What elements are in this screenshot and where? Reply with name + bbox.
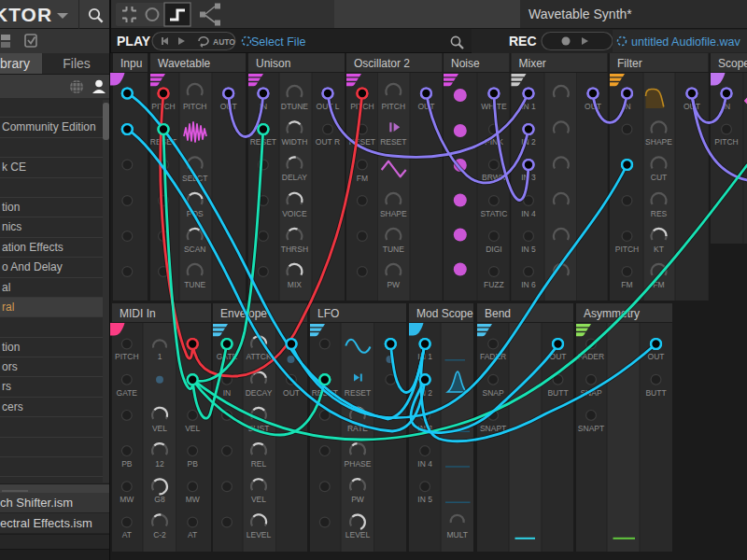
svg-text:STATIC: STATIC	[480, 209, 507, 218]
svg-text:PITCH: PITCH	[615, 245, 640, 254]
svg-text:LEVEL: LEVEL	[247, 530, 272, 539]
svg-text:LEVEL: LEVEL	[345, 530, 371, 539]
svg-text:SHAPE: SHAPE	[380, 209, 407, 218]
svg-text:RESET: RESET	[345, 388, 371, 398]
svg-text:RES: RES	[651, 209, 668, 218]
svg-text:FUZZ: FUZZ	[484, 280, 504, 289]
svg-text:PITCH: PITCH	[714, 137, 739, 147]
svg-text:VEL: VEL	[251, 495, 266, 504]
svg-text:VEL: VEL	[152, 424, 167, 433]
svg-text:WIDTH: WIDTH	[281, 137, 307, 147]
svg-text:RESET: RESET	[380, 137, 406, 147]
svg-text:PLAY: PLAY	[117, 34, 151, 49]
svg-text:PB: PB	[121, 459, 133, 469]
svg-text:DECAY: DECAY	[246, 388, 273, 398]
svg-text:TUNE: TUNE	[383, 245, 404, 254]
svg-text:KTOR: KTOR	[0, 4, 52, 25]
svg-text:Noise: Noise	[451, 57, 480, 70]
svg-text:AT: AT	[122, 530, 132, 539]
svg-text:FM: FM	[621, 280, 632, 289]
svg-text:Inpu: Inpu	[120, 57, 142, 70]
svg-text:IN 4: IN 4	[521, 209, 536, 218]
svg-text:BUTT: BUTT	[547, 388, 568, 398]
svg-text:PW: PW	[351, 495, 364, 504]
svg-text:PW: PW	[387, 280, 400, 289]
svg-text:Scope: Scope	[718, 57, 747, 70]
svg-text:C-2: C-2	[153, 530, 166, 539]
svg-text:MW: MW	[186, 495, 200, 504]
svg-text:SNAPT: SNAPT	[578, 424, 604, 433]
svg-text:AUTO: AUTO	[213, 37, 235, 47]
svg-text:PITCH: PITCH	[115, 352, 139, 361]
svg-text:OUT: OUT	[648, 352, 665, 361]
svg-text:GATE: GATE	[117, 388, 138, 398]
svg-text:PB: PB	[188, 459, 199, 469]
svg-text:IN 4: IN 4	[417, 459, 432, 469]
svg-text:Mixer: Mixer	[519, 57, 546, 70]
svg-text:MIX: MIX	[288, 280, 302, 289]
svg-text:BUTT: BUTT	[645, 388, 666, 398]
svg-text:VOICE: VOICE	[282, 209, 307, 218]
svg-text:DELAY: DELAY	[282, 173, 308, 182]
svg-text:CUT: CUT	[651, 173, 667, 182]
svg-text:PITCH: PITCH	[382, 102, 406, 111]
svg-text:IN: IN	[223, 388, 232, 398]
svg-text:OUT R: OUT R	[316, 137, 340, 147]
svg-text:LFO: LFO	[317, 307, 339, 320]
svg-text:SCAN: SCAN	[184, 245, 206, 254]
svg-text:Mod Scope: Mod Scope	[416, 307, 473, 320]
svg-text:MIDI In: MIDI In	[120, 307, 156, 320]
svg-text:PITCH: PITCH	[183, 102, 207, 111]
svg-text:Wavetable: Wavetable	[158, 57, 211, 70]
svg-text:REL: REL	[251, 459, 267, 469]
svg-text:Filter: Filter	[617, 57, 642, 70]
svg-text:IN 6: IN 6	[521, 280, 536, 289]
svg-text:AT: AT	[188, 530, 197, 539]
svg-text:MULT: MULT	[446, 530, 468, 539]
svg-text:SNAP: SNAP	[483, 388, 504, 398]
svg-text:1: 1	[158, 352, 162, 361]
svg-text:12: 12	[155, 459, 164, 469]
svg-text:DIGI: DIGI	[486, 245, 501, 254]
svg-text:OUT: OUT	[283, 388, 300, 398]
svg-text:KT: KT	[654, 245, 664, 254]
svg-text:Oscillator 2: Oscillator 2	[354, 57, 410, 70]
svg-text:VEL: VEL	[185, 424, 200, 433]
svg-text:IN 5: IN 5	[521, 245, 536, 254]
svg-text:Select File: Select File	[251, 35, 305, 49]
svg-text:SHAPE: SHAPE	[645, 137, 672, 147]
svg-text:untitled Audiofile.wav: untitled Audiofile.wav	[631, 35, 740, 49]
svg-text:G8: G8	[154, 495, 165, 504]
svg-text:THRSH: THRSH	[281, 245, 308, 254]
svg-text:IN 5: IN 5	[417, 495, 432, 504]
svg-text:MW: MW	[120, 495, 134, 504]
svg-text:TUNE: TUNE	[184, 280, 205, 289]
svg-text:REC: REC	[509, 34, 537, 49]
svg-text:PHASE: PHASE	[345, 459, 372, 469]
svg-text:Unison: Unison	[256, 57, 290, 70]
svg-text:Bend: Bend	[485, 307, 511, 320]
svg-text:FM: FM	[357, 174, 368, 183]
svg-text:DTUNE: DTUNE	[281, 102, 309, 111]
